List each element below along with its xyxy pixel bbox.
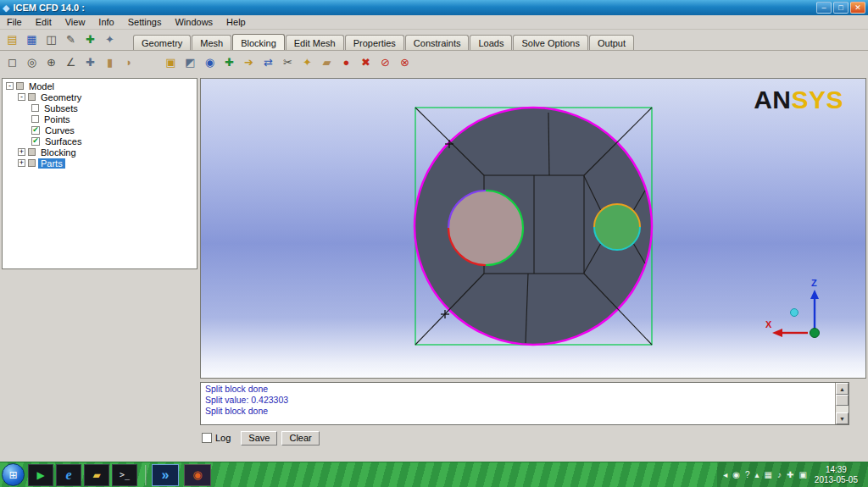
- tree-expander-parts[interactable]: +: [18, 159, 25, 167]
- log-checkbox[interactable]: [202, 433, 212, 443]
- tree-item-surfaces[interactable]: ✔ Surfaces: [3, 136, 197, 147]
- tree-label-points[interactable]: Points: [42, 114, 73, 125]
- tree-item-curves[interactable]: ✔ Curves: [3, 125, 197, 136]
- scroll-thumb[interactable]: [836, 395, 849, 406]
- volume-icon[interactable]: ♪: [777, 470, 782, 479]
- save-project-icon[interactable]: ▦: [23, 30, 41, 48]
- menu-info[interactable]: Info: [92, 16, 120, 28]
- tree-expander-geometry[interactable]: -: [18, 93, 25, 101]
- merge-vertices-icon[interactable]: ✚: [220, 53, 238, 71]
- system-tray: ◂ ◉ ? ▴ ▦ ♪ ✚ ▣ 14:39 2013-05-05: [717, 462, 868, 487]
- check-blocks-icon[interactable]: ⊗: [396, 53, 414, 71]
- menu-help[interactable]: Help: [220, 16, 253, 28]
- box-select-icon[interactable]: ◻: [3, 53, 21, 71]
- tab-geometry[interactable]: Geometry: [133, 35, 191, 50]
- menu-settings[interactable]: Settings: [121, 16, 169, 28]
- options-icon[interactable]: ✦: [101, 30, 119, 48]
- network-icon[interactable]: ▦: [765, 470, 772, 479]
- internet-explorer-icon[interactable]: e: [56, 464, 81, 486]
- ie-glyph: e: [65, 468, 71, 483]
- move-vertex-icon[interactable]: ✦: [298, 53, 316, 71]
- tab-constraints[interactable]: Constraints: [405, 35, 470, 50]
- open-project-icon[interactable]: ▤: [3, 30, 21, 48]
- transform-block-icon[interactable]: ▰: [318, 53, 336, 71]
- help-icon[interactable]: ?: [745, 470, 750, 479]
- tree-label-curves[interactable]: Curves: [42, 125, 77, 136]
- folder-icon[interactable]: ▰: [84, 464, 109, 486]
- menu-edit[interactable]: Edit: [29, 16, 58, 28]
- shaded-view-icon[interactable]: ◗: [120, 53, 138, 71]
- tab-loads[interactable]: Loads: [470, 35, 512, 50]
- annotate-icon[interactable]: ✚: [81, 30, 99, 48]
- eject-icon[interactable]: ▣: [798, 470, 806, 479]
- zoom-icon[interactable]: ◎: [23, 53, 41, 71]
- title-bar[interactable]: ◆ ICEM CFD 14.0 : – □ ✕: [0, 0, 868, 15]
- zoom-window-icon[interactable]: ⊕: [42, 53, 60, 71]
- parts-node-icon: [28, 159, 36, 167]
- update-icon[interactable]: ▴: [755, 470, 760, 479]
- message-line: Split value: 0.423303: [205, 395, 832, 406]
- minimize-button[interactable]: –: [816, 2, 832, 14]
- viewer-app-button[interactable]: ◉: [184, 464, 211, 486]
- tab-properties[interactable]: Properties: [345, 35, 404, 50]
- screendump-icon[interactable]: ◫: [42, 30, 60, 48]
- local-axes-icon[interactable]: ✚: [81, 53, 99, 71]
- menu-windows[interactable]: Windows: [168, 16, 220, 28]
- associate-icon[interactable]: ⇄: [259, 53, 277, 71]
- premesh-smooth-icon[interactable]: ●: [337, 53, 355, 71]
- scroll-up-button[interactable]: ▲: [836, 383, 849, 395]
- tree-item-model[interactable]: - Model: [3, 80, 197, 91]
- viewport-3d[interactable]: ANSYS Z X: [200, 78, 866, 379]
- surfaces-check-icon[interactable]: ✔: [31, 137, 40, 146]
- save-button[interactable]: Save: [241, 431, 277, 445]
- menu-view[interactable]: View: [58, 16, 92, 28]
- scroll-down-button[interactable]: ▼: [836, 412, 849, 424]
- tree-label-blocking[interactable]: Blocking: [38, 147, 79, 158]
- icem-app-button[interactable]: »: [152, 464, 179, 486]
- media-app-icon[interactable]: ▶: [28, 464, 53, 486]
- create-block-icon[interactable]: ▣: [162, 53, 180, 71]
- message-scrollbar[interactable]: ▲ ▼: [835, 383, 849, 424]
- curves-check-icon[interactable]: ✔: [31, 126, 40, 135]
- tree-item-points[interactable]: Points: [3, 113, 197, 125]
- tree-expander-model[interactable]: -: [6, 82, 14, 90]
- tree-item-blocking[interactable]: + Blocking: [3, 147, 197, 158]
- tree-label-model[interactable]: Model: [26, 81, 57, 91]
- tree-label-geometry[interactable]: Geometry: [38, 92, 84, 102]
- split-block-icon[interactable]: ◩: [181, 53, 199, 71]
- tree-item-parts[interactable]: + Parts: [3, 158, 197, 169]
- edit-edge-icon[interactable]: ➔: [240, 53, 258, 71]
- start-button[interactable]: ⊞: [2, 463, 25, 486]
- clock-date: 2013-05-05: [815, 475, 858, 485]
- ogrid-block-icon[interactable]: ◉: [201, 53, 219, 71]
- measure-icon[interactable]: ∠: [62, 53, 80, 71]
- tab-blocking[interactable]: Blocking: [232, 34, 285, 50]
- console-icon[interactable]: >_: [112, 464, 137, 486]
- clear-button[interactable]: Clear: [281, 431, 319, 445]
- maximize-button[interactable]: □: [833, 2, 849, 14]
- tab-edit-mesh[interactable]: Edit Mesh: [286, 35, 344, 50]
- tree-item-geometry[interactable]: - Geometry: [3, 91, 197, 102]
- ansys-logo-suffix: SYS: [791, 86, 843, 113]
- close-button[interactable]: ✕: [850, 2, 865, 14]
- antivirus-icon[interactable]: ✚: [787, 470, 793, 479]
- tab-mesh[interactable]: Mesh: [192, 35, 231, 50]
- edit-icon[interactable]: ✎: [62, 30, 80, 48]
- tree-label-subsets[interactable]: Subsets: [42, 103, 81, 113]
- solid-view-icon[interactable]: ▮: [101, 53, 119, 71]
- tree-expander-blocking[interactable]: +: [18, 148, 25, 156]
- delete-block-icon[interactable]: ✖: [357, 53, 375, 71]
- hide-tray-icon[interactable]: ◂: [723, 470, 727, 479]
- tree-label-surfaces[interactable]: Surfaces: [42, 136, 84, 147]
- split-edge-icon[interactable]: ✂: [279, 53, 297, 71]
- power-icon[interactable]: ◉: [732, 470, 740, 479]
- y-axis-sphere: [791, 309, 798, 317]
- menu-file[interactable]: File: [0, 16, 29, 28]
- premesh-quality-icon[interactable]: ⊘: [376, 53, 394, 71]
- tree-label-parts[interactable]: Parts: [38, 158, 65, 169]
- tree-item-subsets[interactable]: Subsets: [3, 102, 197, 113]
- tab-solve-options[interactable]: Solve Options: [513, 35, 587, 50]
- message-log[interactable]: Split block done Split value: 0.423303 S…: [200, 382, 849, 425]
- tab-output[interactable]: Output: [589, 35, 634, 50]
- model-tree-panel[interactable]: - Model - Geometry Subsets Points ✔ Curv…: [2, 78, 198, 269]
